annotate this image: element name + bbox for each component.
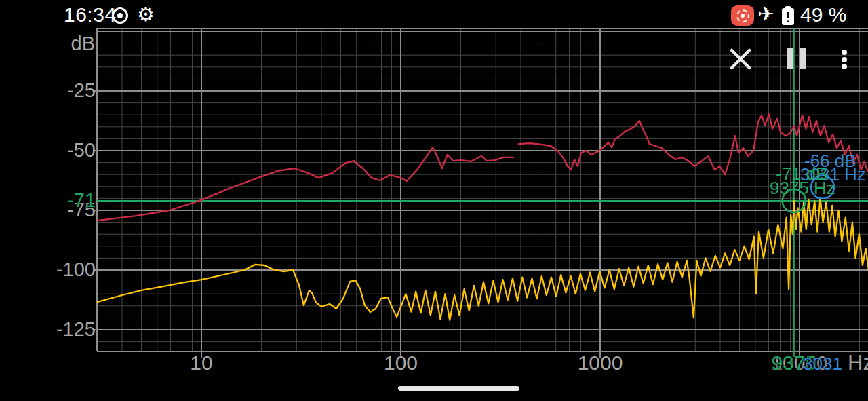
screen-recording-badge-icon (731, 5, 754, 26)
pause-icon (787, 48, 793, 69)
clock: 16:34 (64, 3, 117, 26)
gear-icon: ⚙ (137, 3, 155, 26)
home-indicator[interactable] (398, 386, 519, 391)
kebab-menu-icon (842, 50, 847, 55)
battery-icon (782, 6, 794, 25)
close-button[interactable] (726, 44, 755, 74)
battery-percent: 49 % (800, 3, 846, 26)
trace-red (519, 114, 867, 174)
gesture-nav-bar (0, 370, 868, 401)
overflow-menu-button[interactable] (836, 46, 852, 73)
blue-cursor-circle (811, 176, 834, 199)
traces (97, 114, 868, 320)
trace-red (97, 147, 513, 221)
cursor-lines (97, 28, 868, 357)
android-screen: 16:34 ⚙ ✈ 49 % dB Hz -66 dB 3031 Hz -71 … (0, 0, 868, 401)
badge-dot (741, 14, 745, 18)
record-status-icon (112, 7, 128, 24)
grid-major (93, 28, 868, 358)
status-bar: 16:34 ⚙ ✈ 49 % (0, 0, 868, 28)
grid-minor (97, 28, 868, 351)
close-icon (726, 44, 755, 74)
trace-yellow (97, 198, 868, 320)
airplane-mode-icon: ✈ (757, 3, 774, 26)
pause-button[interactable] (785, 45, 810, 73)
